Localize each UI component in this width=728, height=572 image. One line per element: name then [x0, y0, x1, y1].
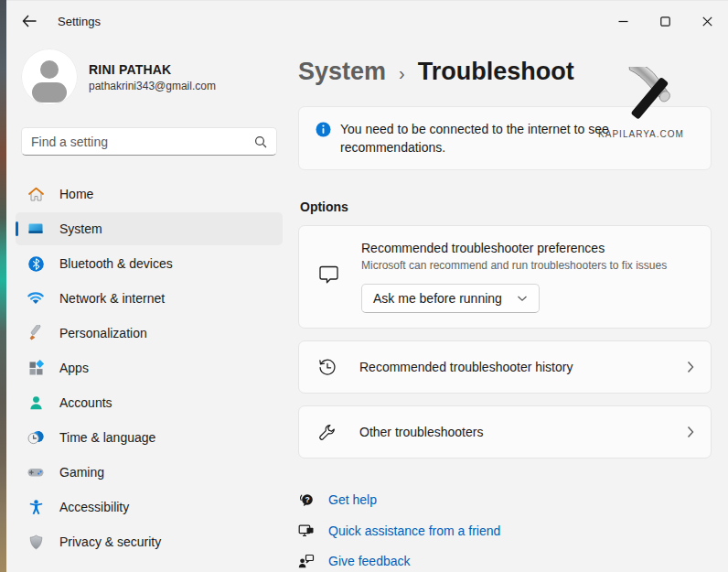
help-links: ? Get help Quick assistance from a frien…	[298, 491, 712, 568]
profile-name: RINI PATHAK	[89, 62, 216, 77]
chat-bubble-icon	[317, 264, 339, 290]
sidebar-item-gaming[interactable]: Gaming	[16, 456, 283, 489]
sidebar-item-personalization[interactable]: Personalization	[16, 317, 283, 350]
svg-text:?: ?	[305, 495, 309, 504]
maximize-icon	[660, 16, 670, 27]
sidebar-item-label: System	[59, 221, 102, 236]
accessibility-icon	[27, 498, 45, 516]
sidebar-item-system[interactable]: System	[16, 212, 283, 245]
profile-section[interactable]: RINI PATHAK pathakrini343@gmail.com	[16, 41, 283, 120]
minimize-button[interactable]	[602, 1, 644, 41]
sidebar-item-label: Apps	[59, 361, 89, 375]
feedback-icon	[298, 554, 315, 568]
sidebar-item-label: Home	[59, 187, 93, 201]
gaming-icon	[27, 463, 45, 481]
other-troubleshooters-label: Other troubleshooters	[359, 425, 483, 439]
preferences-subtitle: Microsoft can recommend and run troubles…	[361, 259, 667, 272]
info-icon	[316, 122, 331, 137]
network-icon	[27, 289, 45, 308]
window-controls	[602, 1, 728, 41]
back-arrow-icon	[22, 15, 37, 27]
titlebar: Settings	[6, 1, 728, 41]
sidebar-nav: Home System	[16, 178, 283, 558]
close-icon	[702, 16, 712, 27]
sidebar-item-label: Accounts	[59, 395, 112, 410]
apps-icon	[27, 359, 45, 377]
sidebar-item-label: Privacy & security	[59, 534, 161, 549]
options-section-label: Options	[300, 200, 712, 214]
search-icon[interactable]	[254, 135, 267, 148]
troubleshooter-preferences-card: Recommended troubleshooter preferences M…	[298, 225, 712, 329]
sidebar-item-bluetooth-devices[interactable]: Bluetooth & devices	[16, 247, 283, 280]
breadcrumb-parent[interactable]: System	[298, 58, 386, 86]
watermark-caption: KAPILARYA.COM	[591, 129, 691, 139]
app-title: Settings	[58, 15, 101, 28]
desktop-background-strip	[0, 0, 6, 572]
search-input[interactable]	[31, 135, 254, 149]
search-box[interactable]	[21, 127, 277, 156]
chevron-down-icon	[517, 295, 528, 302]
quick-assistance-label: Quick assistance from a friend	[328, 523, 500, 538]
minimize-icon	[618, 16, 628, 27]
preferences-title: Recommended troubleshooter preferences	[361, 241, 667, 255]
close-button[interactable]	[686, 1, 728, 41]
home-icon	[27, 185, 45, 203]
get-help-label: Get help	[328, 492, 377, 507]
sidebar-item-time-language[interactable]: Time & language	[16, 421, 283, 454]
back-button[interactable]	[14, 7, 45, 35]
sidebar-item-accessibility[interactable]: Accessibility	[16, 491, 283, 523]
privacy-icon	[27, 533, 45, 551]
sidebar-item-apps[interactable]: Apps	[16, 351, 283, 384]
history-label: Recommended troubleshooter history	[359, 360, 573, 374]
accounts-icon	[27, 394, 45, 412]
give-feedback-link[interactable]: Give feedback	[298, 554, 712, 568]
main-panel: KAPILARYA.COM System › Troubleshoot You …	[292, 41, 728, 572]
quick-assist-icon	[298, 523, 315, 538]
sidebar-item-label: Time & language	[59, 430, 155, 445]
chevron-right-icon	[687, 361, 694, 373]
bluetooth-icon	[27, 254, 45, 273]
content-area: RINI PATHAK pathakrini343@gmail.com	[6, 41, 728, 572]
hammer-icon	[597, 67, 685, 124]
dropdown-selected-value: Ask me before running	[373, 291, 502, 306]
sidebar-item-network-internet[interactable]: Network & internet	[16, 282, 283, 315]
time-language-icon	[27, 428, 45, 447]
breadcrumb-separator: ›	[399, 63, 405, 84]
profile-email: pathakrini343@gmail.com	[89, 80, 216, 92]
other-troubleshooters-card[interactable]: Other troubleshooters	[298, 405, 712, 459]
get-help-link[interactable]: ? Get help	[298, 491, 712, 508]
give-feedback-label: Give feedback	[328, 554, 411, 568]
sidebar-item-label: Bluetooth & devices	[59, 256, 173, 271]
sidebar-item-label: Gaming	[59, 465, 104, 480]
troubleshooter-history-card[interactable]: Recommended troubleshooter history	[298, 340, 712, 394]
avatar	[21, 49, 78, 105]
get-help-icon: ?	[298, 491, 315, 508]
settings-window: Settings RINI PATHAK pathakrini343@gm	[6, 0, 728, 572]
wrench-icon	[317, 422, 337, 443]
personalization-icon	[27, 324, 45, 342]
sidebar-item-label: Accessibility	[59, 500, 129, 514]
sidebar-item-privacy-security[interactable]: Privacy & security	[16, 525, 283, 558]
sidebar: RINI PATHAK pathakrini343@gmail.com	[6, 41, 292, 572]
selected-accent-pill	[16, 221, 18, 236]
chevron-right-icon	[687, 426, 694, 438]
quick-assistance-link[interactable]: Quick assistance from a friend	[298, 523, 712, 538]
sidebar-item-label: Personalization	[59, 326, 147, 340]
sidebar-item-home[interactable]: Home	[16, 178, 283, 210]
history-icon	[317, 357, 337, 378]
page-title: Troubleshoot	[418, 58, 574, 86]
watermark: KAPILARYA.COM	[591, 67, 691, 139]
sidebar-item-accounts[interactable]: Accounts	[16, 386, 283, 419]
troubleshooter-preference-dropdown[interactable]: Ask me before running	[361, 284, 540, 313]
sidebar-item-label: Network & internet	[59, 291, 165, 306]
system-icon	[27, 220, 45, 238]
maximize-button[interactable]	[644, 1, 686, 41]
